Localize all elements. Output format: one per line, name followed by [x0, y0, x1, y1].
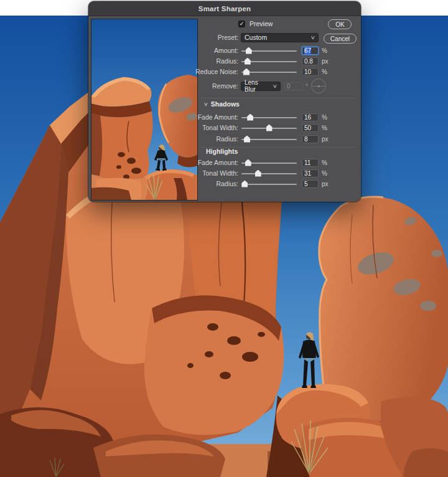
amount-slider[interactable] [241, 47, 297, 55]
shadows-tonal-slider[interactable] [241, 124, 297, 132]
preview-checkbox[interactable]: ✓ [238, 21, 245, 27]
shadows-radius-slider[interactable] [241, 135, 297, 143]
amount-slider-thumb[interactable] [246, 47, 252, 54]
amount-value: 67 [304, 47, 311, 54]
highlights-radius-field[interactable]: 5 [302, 180, 319, 188]
dialog-buttons: OK Cancel [324, 19, 357, 44]
reduce-noise-unit: % [322, 68, 327, 75]
highlights-radius-row: Radius: 5 px [194, 179, 357, 189]
chevron-down-icon: ∨ [203, 102, 208, 107]
radius-field[interactable]: 0.8 [302, 57, 319, 65]
shadows-fade-field[interactable]: 16 [302, 113, 319, 121]
shadows-fade-value: 16 [304, 114, 311, 121]
highlights-tonal-row: Tonal Width: 31 % [194, 168, 357, 178]
highlights-radius-slider[interactable] [241, 180, 297, 188]
shadows-radius-unit: px [322, 136, 329, 143]
angle-dial[interactable] [311, 78, 326, 93]
shadows-tonal-row: Tonal Width: 50 % [194, 123, 357, 133]
highlights-tonal-slider-track[interactable] [241, 173, 297, 174]
highlights-fade-value: 11 [304, 159, 310, 166]
preset-dropdown[interactable]: Custom ∨ [241, 33, 319, 42]
highlights-radius-slider-thumb[interactable] [241, 181, 248, 187]
reduce-noise-field[interactable]: 10 [302, 68, 319, 76]
reduce-noise-row: Reduce Noise: 10 % [194, 67, 357, 77]
preview-thumbnail-image [91, 19, 197, 200]
shadows-section-label: Shadows [211, 100, 240, 108]
section-divider [201, 98, 355, 98]
highlights-fade-label: Fade Amount: [194, 159, 238, 166]
chevron-down-icon: ∨ [310, 35, 315, 40]
smart-sharpen-dialog: Smart Sharpen [88, 1, 361, 202]
shadows-radius-label: Radius: [194, 135, 238, 143]
shadows-fade-label: Fade Amount: [194, 113, 238, 121]
shadows-radius-slider-thumb[interactable] [244, 136, 250, 143]
reduce-noise-slider-thumb[interactable] [243, 68, 250, 75]
screenshot-stage: Smart Sharpen [0, 0, 448, 477]
reduce-noise-slider-track[interactable] [241, 72, 297, 73]
highlights-tonal-slider[interactable] [241, 169, 297, 177]
shadows-tonal-slider-thumb[interactable] [266, 125, 273, 131]
shadows-tonal-label: Tonal Width: [194, 124, 238, 131]
degree-symbol: ° [306, 83, 308, 90]
highlights-fade-field[interactable]: 11 [302, 159, 319, 167]
shadows-tonal-unit: % [322, 125, 327, 131]
preset-label: Preset: [194, 34, 238, 41]
highlights-fade-row: Fade Amount: 11 % [194, 158, 357, 168]
highlights-fade-slider-thumb[interactable] [245, 159, 251, 166]
preview-thumbnail[interactable] [91, 19, 198, 201]
reduce-noise-slider[interactable] [241, 68, 297, 76]
shadows-fade-slider[interactable] [241, 113, 297, 121]
shadows-fade-slider-thumb[interactable] [247, 114, 253, 121]
highlights-radius-label: Radius: [194, 180, 238, 187]
radius-slider-thumb[interactable] [245, 58, 251, 65]
highlights-radius-unit: px [322, 181, 329, 187]
highlights-tonal-unit: % [322, 170, 327, 177]
highlights-tonal-label: Tonal Width: [194, 169, 238, 177]
radius-row: Radius: 0.8 px [194, 56, 357, 66]
highlights-tonal-field[interactable]: 31 [302, 169, 319, 177]
reduce-noise-label: Reduce Noise: [194, 68, 238, 75]
amount-row: Amount: 67 % [194, 45, 357, 55]
preset-value: Custom [245, 34, 267, 41]
shadows-radius-value: 8 [304, 136, 308, 143]
highlights-fade-unit: % [322, 159, 327, 166]
radius-unit: px [322, 58, 329, 65]
shadows-radius-row: Radius: 8 px [194, 134, 357, 144]
remove-dropdown[interactable]: Lens Blur ∨ [241, 82, 281, 91]
amount-unit: % [322, 47, 327, 54]
reduce-noise-value: 10 [304, 68, 311, 75]
shadows-fade-row: Fade Amount: 16 % [194, 112, 357, 122]
ok-button[interactable]: OK [328, 19, 352, 29]
highlights-tonal-value: 31 [304, 170, 311, 177]
highlights-radius-value: 5 [304, 181, 308, 187]
remove-row: Remove: Lens Blur ∨ 0 ° [194, 81, 357, 91]
angle-field[interactable]: 0 [284, 82, 303, 90]
amount-field[interactable]: 67 [302, 47, 319, 55]
shadows-tonal-field[interactable]: 50 [302, 124, 319, 132]
remove-value: Lens Blur [245, 79, 269, 93]
shadows-fade-unit: % [322, 114, 327, 121]
radius-value: 0.8 [304, 58, 313, 65]
highlights-fade-slider[interactable] [241, 159, 297, 167]
amount-label: Amount: [194, 47, 238, 54]
highlights-section-label: Highlights [206, 148, 238, 155]
checkbox-check-icon: ✓ [240, 21, 245, 27]
preview-label: Preview [250, 20, 273, 27]
highlights-radius-slider-track[interactable] [241, 184, 297, 185]
shadows-section-header[interactable]: ∨ Shadows [204, 99, 240, 109]
shadows-radius-field[interactable]: 8 [302, 135, 319, 143]
cancel-button[interactable]: Cancel [324, 34, 357, 44]
shadows-tonal-value: 50 [304, 125, 311, 131]
radius-slider[interactable] [241, 57, 297, 65]
highlights-tonal-slider-thumb[interactable] [255, 170, 261, 177]
highlights-section-header[interactable]: Highlights [206, 146, 238, 156]
radius-label: Radius: [194, 57, 238, 65]
remove-label: Remove: [194, 82, 238, 90]
chevron-down-icon: ∨ [273, 83, 278, 89]
angle-value: 0 [287, 83, 291, 90]
